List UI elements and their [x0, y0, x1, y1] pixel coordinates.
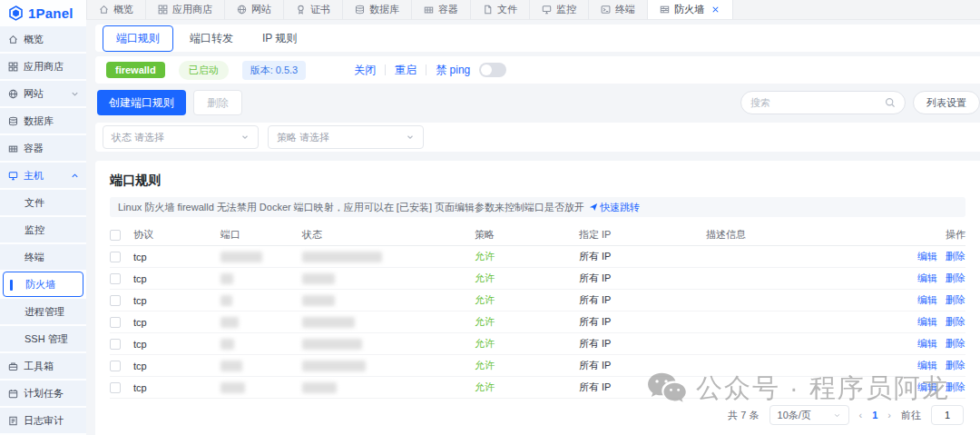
redacted-status-value: [302, 295, 335, 306]
cell-protocol: tcp: [133, 317, 220, 328]
row-checkbox[interactable]: [110, 252, 121, 262]
next-page-button[interactable]: ›: [887, 410, 891, 420]
globe-icon: [8, 89, 18, 99]
sidebar-item-label: 日志审计: [24, 414, 64, 428]
edit-link[interactable]: 编辑: [917, 250, 937, 263]
cell-policy: 允许: [475, 359, 579, 372]
tab-port-forward[interactable]: 端口转发: [177, 26, 246, 51]
edit-link[interactable]: 编辑: [917, 315, 937, 329]
nav-tab-files[interactable]: 文件: [471, 0, 530, 19]
edit-link[interactable]: 编辑: [917, 293, 937, 307]
edit-link[interactable]: 编辑: [917, 381, 937, 394]
delete-link[interactable]: 删除: [946, 272, 965, 285]
sidebar-item-container[interactable]: 容器: [0, 135, 86, 161]
sidebar-item-database[interactable]: 数据库: [0, 108, 86, 133]
close-icon[interactable]: [710, 5, 720, 15]
ping-toggle[interactable]: [479, 63, 506, 77]
sidebar-item-firewall[interactable]: 防火墙: [3, 272, 83, 297]
sidebar-subitem-label: 防火墙: [25, 278, 55, 292]
brand-logo[interactable]: 1Panel: [0, 0, 86, 26]
sidebar-item-label: 计划任务: [24, 387, 64, 400]
cell-protocol: tcp: [133, 273, 220, 284]
nav-tab-label: 证书: [310, 3, 330, 16]
quick-jump-link[interactable]: 快速跳转: [589, 201, 640, 214]
tab-ip-rules[interactable]: IP 规则: [250, 26, 309, 51]
create-port-rule-button[interactable]: 创建端口规则: [97, 90, 186, 115]
sidebar-item-files[interactable]: 文件: [0, 190, 86, 215]
container-icon: [8, 143, 18, 153]
nav-tab-terminal[interactable]: 终端: [589, 0, 648, 19]
prev-page-button[interactable]: ‹: [859, 410, 863, 420]
stop-service-link[interactable]: 关闭: [354, 63, 376, 78]
delete-link[interactable]: 删除: [946, 381, 965, 394]
row-checkbox[interactable]: [110, 382, 121, 393]
cell-port: [220, 294, 302, 306]
nav-tab-cert[interactable]: 证书: [284, 0, 343, 19]
cert-icon: [296, 5, 306, 15]
sidebar-item-overview[interactable]: 概览: [0, 26, 86, 52]
row-checkbox[interactable]: [110, 273, 121, 284]
delete-button[interactable]: 删除: [193, 90, 242, 115]
page-size-select[interactable]: 10条/页: [769, 405, 849, 425]
redacted-status-value: [302, 339, 362, 350]
table-row: tcp允许所有 IP编辑删除: [110, 268, 965, 290]
policy-filter-select[interactable]: 策略 请选择: [268, 125, 424, 149]
cell-status: [302, 294, 475, 306]
nav-tab-label: 文件: [497, 3, 517, 16]
list-settings-button[interactable]: 列表设置: [913, 91, 980, 114]
search-input[interactable]: [750, 97, 885, 108]
nav-tab-app-store[interactable]: 应用商店: [146, 0, 225, 19]
sidebar-item-process[interactable]: 进程管理: [0, 299, 86, 324]
delete-link[interactable]: 删除: [946, 359, 965, 372]
sidebar-item-host[interactable]: 主机: [0, 163, 86, 188]
nav-tab-firewall[interactable]: 防火墙: [648, 0, 733, 19]
row-checkbox[interactable]: [110, 361, 121, 371]
nav-tab-database[interactable]: 数据库: [343, 0, 412, 19]
sidebar-item-cron[interactable]: 计划任务: [0, 381, 86, 406]
sidebar-item-logs[interactable]: 日志审计: [0, 408, 86, 433]
cell-ip: 所有 IP: [579, 359, 706, 372]
redacted-status-value: [302, 361, 366, 371]
nav-tab-label: 应用商店: [172, 3, 212, 16]
edit-link[interactable]: 编辑: [917, 337, 937, 351]
grid-icon: [8, 62, 18, 72]
service-status-bar: firewalld 已启动 版本: 0.5.3 关闭 重启 禁 ping: [95, 56, 980, 84]
delete-link[interactable]: 删除: [946, 315, 965, 329]
service-status-badge: 已启动: [179, 61, 229, 80]
nav-tab-overview[interactable]: 概览: [86, 0, 146, 19]
search-icon[interactable]: [885, 97, 896, 108]
sidebar-item-toolbox[interactable]: 工具箱: [0, 353, 86, 379]
delete-link[interactable]: 删除: [946, 337, 965, 351]
tab-port-rules[interactable]: 端口规则: [103, 25, 173, 52]
chevron-up-icon: [70, 171, 80, 181]
cell-port: [220, 360, 302, 371]
restart-service-link[interactable]: 重启: [395, 63, 416, 78]
sidebar-item-ssh[interactable]: SSH 管理: [0, 326, 86, 351]
sidebar-item-monitoring[interactable]: 监控: [0, 217, 86, 242]
nav-tab-website[interactable]: 网站: [225, 0, 284, 19]
nav-tab-container[interactable]: 容器: [412, 0, 471, 19]
delete-link[interactable]: 删除: [946, 293, 965, 307]
sidebar-item-app-store[interactable]: 应用商店: [0, 54, 86, 79]
delete-link[interactable]: 删除: [946, 250, 965, 263]
select-all-checkbox[interactable]: [110, 230, 121, 241]
database-icon: [8, 116, 18, 126]
nav-tab-monitoring[interactable]: 监控: [530, 0, 589, 19]
row-checkbox[interactable]: [110, 339, 121, 350]
col-policy: 策略: [475, 228, 579, 242]
current-page[interactable]: 1: [872, 410, 877, 420]
sidebar-subitem-label: 终端: [24, 251, 44, 264]
row-checkbox[interactable]: [110, 317, 121, 328]
cell-policy: 允许: [475, 381, 579, 394]
nav-tab-label: 监控: [556, 3, 576, 16]
edit-link[interactable]: 编辑: [917, 359, 937, 372]
content-area: 端口规则端口转发IP 规则 firewalld 已启动 版本: 0.5.3 关闭…: [86, 20, 980, 435]
sidebar-item-website[interactable]: 网站: [0, 81, 86, 106]
goto-page-input[interactable]: [931, 405, 964, 425]
row-checkbox[interactable]: [110, 295, 121, 306]
cell-ip: 所有 IP: [579, 250, 706, 263]
sidebar-item-terminal[interactable]: 终端: [0, 244, 86, 270]
edit-link[interactable]: 编辑: [917, 272, 937, 285]
redacted-status-value: [302, 252, 382, 262]
status-filter-select[interactable]: 状态 请选择: [103, 125, 259, 149]
